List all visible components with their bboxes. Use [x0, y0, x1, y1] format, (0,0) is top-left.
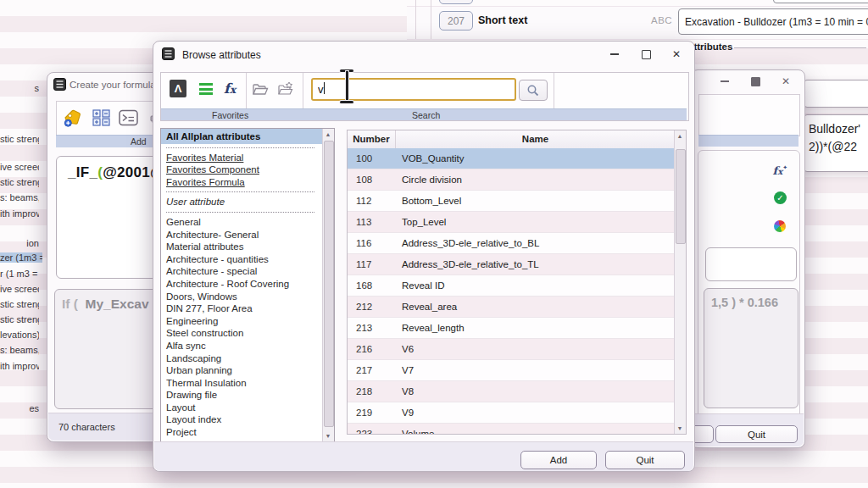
scroll-thumb[interactable]	[676, 149, 686, 244]
sidebar-item-engineering[interactable]: Engineering	[161, 315, 323, 328]
minimize-button[interactable]	[607, 47, 622, 61]
close-button[interactable]: ✕	[778, 75, 793, 88]
formula-field[interactable]	[705, 247, 797, 281]
sidebar-item-favorites-formula[interactable]: Favorites Formula	[161, 176, 323, 189]
table-row[interactable]: 212Reveal_area	[348, 297, 675, 318]
scroll-down-arrow[interactable]: ▼	[323, 430, 333, 441]
sidebar-scrollbar[interactable]: ▲ ▼	[322, 129, 334, 441]
sidebar-item-favorites-material[interactable]: Favorites Material	[161, 152, 323, 164]
sidebar-item-all-allplan-attributes[interactable]: All Allplan attributes	[161, 129, 323, 144]
table-row[interactable]: 108Circle division	[348, 169, 675, 191]
minimize-button[interactable]	[717, 75, 732, 88]
attribute-name: V8	[395, 386, 414, 396]
quit-button[interactable]: Quit	[605, 451, 685, 469]
color-wheel-icon[interactable]	[774, 220, 786, 232]
table-row[interactable]: 223Volume	[348, 424, 675, 435]
search-caption: Search	[412, 110, 440, 120]
sidebar-item-material-attributes[interactable]: Material attributes	[161, 241, 323, 253]
table-row[interactable]: 218V8	[348, 381, 675, 402]
formula-preview-field[interactable]: 1,5 ) * 0.166	[704, 288, 798, 408]
operators-grid-icon[interactable]	[92, 109, 110, 130]
attribute-number: 218	[348, 386, 395, 396]
favorites-folder-icon[interactable]	[277, 81, 294, 100]
sidebar-item-doors-windows[interactable]: Doors, Windows	[161, 291, 323, 303]
far-field-box[interactable]	[804, 80, 868, 108]
scroll-up-arrow[interactable]: ▲	[323, 129, 333, 140]
add-button[interactable]: Add	[520, 451, 597, 469]
table-row[interactable]: 216V6	[348, 339, 675, 360]
far-formula-box[interactable]: Bulldozer' 2))*(@22	[804, 114, 868, 172]
maximize-button[interactable]	[638, 47, 654, 61]
check-circle-icon[interactable]: ✓	[774, 191, 787, 204]
partial-field-box	[773, 0, 868, 3]
scroll-thumb[interactable]	[324, 141, 334, 427]
open-folder-icon[interactable]	[252, 82, 269, 100]
preview-tail-text: 1,5 ) * 0.166	[711, 296, 778, 309]
formula-preview-text: If ( My_Excav	[62, 297, 149, 312]
sidebar-item-alfa-sync[interactable]: Alfa sync	[161, 340, 323, 352]
partial-button[interactable]	[693, 425, 714, 443]
sidebar-item-general[interactable]: General	[161, 216, 323, 229]
table-row[interactable]: 100VOB_Quantity	[348, 148, 675, 169]
sidebar-item-favorites-component[interactable]: Favorites Component	[161, 164, 323, 176]
maximize-button[interactable]	[748, 75, 763, 88]
close-button[interactable]: ✕	[669, 47, 684, 61]
attribute-name: Top_Level	[395, 217, 446, 227]
allplan-icon[interactable]: Λ	[170, 80, 186, 97]
clipped-text-fragment: stic streng	[0, 177, 39, 187]
clipped-text-fragment: s: beams,	[0, 192, 39, 202]
attribute-number: 219	[348, 408, 395, 418]
search-icon	[526, 84, 540, 97]
expression-console-icon[interactable]	[119, 109, 138, 130]
attribute-name: V9	[395, 408, 414, 418]
sidebar-item-thermal-insulation[interactable]: Thermal Insulation	[161, 377, 323, 390]
table-header: Number Name	[348, 130, 675, 149]
sidebar-item-architecture-general[interactable]: Architecture- General	[161, 229, 323, 241]
attribute-label: Short text	[478, 14, 527, 26]
table-row[interactable]: 113Top_Level	[348, 212, 675, 233]
sidebar-item-drawing-file[interactable]: Drawing file	[161, 389, 323, 402]
attribute-number: 112	[348, 196, 395, 206]
table-scrollbar[interactable]: ▲ ▼	[674, 130, 686, 434]
table-row[interactable]: 219V9	[348, 402, 675, 424]
search-button[interactable]	[519, 80, 548, 101]
table-row[interactable]: 217V7	[348, 360, 675, 381]
sidebar-item-architecture-special[interactable]: Architecture - special	[161, 265, 323, 278]
sidebar-divider	[166, 147, 314, 148]
attribute-number: 212	[348, 302, 395, 312]
table-row[interactable]: 116Address_3D-ele_relative_to_BL	[348, 233, 675, 254]
attribute-value-field[interactable]: Excavation - Bulldozer (1m3 = 10 min = 0…	[678, 8, 868, 35]
quit-button[interactable]: Quit	[715, 425, 798, 443]
window-edge-line	[431, 0, 431, 39]
sidebar-item-project[interactable]: Project	[161, 426, 323, 439]
sidebar-item-user-attribute[interactable]: User attribute	[161, 196, 323, 208]
table-row[interactable]: 168Reveal ID	[348, 275, 675, 297]
clipped-text-fragment: es	[0, 403, 39, 413]
sidebar-item-layout-index[interactable]: Layout index	[161, 413, 323, 426]
menu-list-icon[interactable]	[199, 83, 213, 95]
attribute-name: V6	[395, 344, 414, 354]
right-window-toolbar	[698, 94, 800, 136]
sidebar-item-landscaping[interactable]: Landscaping	[161, 352, 323, 365]
clipped-text-fragment: stic streng	[0, 299, 39, 309]
sidebar-item-layout[interactable]: Layout	[161, 402, 323, 414]
sidebar-item-steel-construction[interactable]: Steel construction	[161, 327, 323, 340]
table-row[interactable]: 213Reveal_length	[348, 318, 675, 339]
sidebar-item-architecture-roof-covering[interactable]: Architecture - Roof Covering	[161, 278, 323, 291]
right-window-panel: fx✦ ✓ 1,5 ) * 0.166	[698, 150, 800, 446]
table-row[interactable]: 112Bottom_Level	[348, 191, 675, 212]
table-row[interactable]: 117Address_3D-ele_relative_to_TL	[348, 254, 675, 275]
fx-formula-icon[interactable]: fx	[224, 82, 236, 96]
column-header-name[interactable]: Name	[396, 130, 675, 148]
sidebar-item-urban-planning[interactable]: Urban planning	[161, 364, 323, 377]
window-title: Create your formula	[70, 80, 156, 90]
sidebar-item-architecture-quantities[interactable]: Architecture - quantities	[161, 253, 323, 266]
formula-fx-icon[interactable]: fx✦	[773, 163, 787, 178]
column-header-number[interactable]: Number	[348, 130, 396, 148]
attribute-number: 213	[348, 323, 395, 333]
attribute-tag-icon[interactable]	[63, 108, 83, 131]
sidebar-item-din-277-floor-area[interactable]: DIN 277, Floor Area	[161, 302, 323, 315]
scroll-down-arrow[interactable]: ▼	[675, 423, 685, 434]
scroll-up-arrow[interactable]: ▲	[675, 130, 685, 141]
attribute-number: 113	[348, 217, 395, 227]
